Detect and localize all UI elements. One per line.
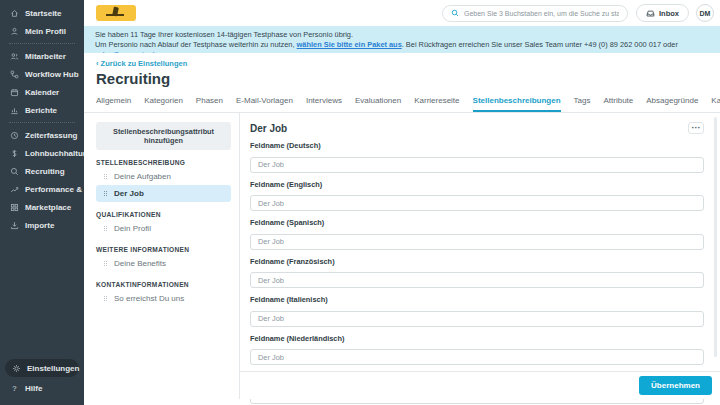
tab-attribute[interactable]: Attribute	[603, 92, 633, 112]
sidebar-item-label: Marketplace	[25, 203, 71, 212]
tab-absagegruende[interactable]: Absagegründe	[646, 92, 698, 112]
sidebar-item-label: Zeiterfassung	[25, 131, 77, 140]
list-item-label: Der Job	[114, 189, 144, 198]
sidebar-item-label: Mein Profil	[25, 27, 66, 36]
trial-banner-text: Um Personio nach Ablauf der Testphase we…	[95, 40, 297, 49]
page-body: Stellenbeschreibungsattribut hinzufügen …	[84, 113, 720, 399]
search-input[interactable]	[464, 10, 619, 17]
sidebar-divider	[9, 43, 75, 44]
field-label: Feldname (Französisch)	[250, 257, 704, 266]
breadcrumb[interactable]: ‹ Zurück zu Einstellungen	[84, 53, 720, 68]
sidebar-divider	[9, 122, 75, 123]
tab-interviews[interactable]: Interviews	[306, 92, 342, 112]
field-input-franzoesisch[interactable]	[250, 272, 704, 288]
sidebar-item-marketplace[interactable]: Marketplace	[0, 198, 84, 216]
sidebar-item-label: Startseite	[25, 9, 61, 18]
tab-kategorien[interactable]: Kategorien	[144, 92, 183, 112]
list-item-label: Deine Benefits	[114, 259, 166, 268]
field-label: Feldname (Englisch)	[250, 180, 704, 189]
section-header-weitere-informationen: WEITERE INFORMATIONEN	[96, 246, 231, 253]
user-icon	[10, 27, 19, 36]
tab-allgemein[interactable]: Allgemein	[96, 92, 131, 112]
sidebar-spacer	[0, 234, 84, 359]
sidebar-item-performance[interactable]: Performance & E...	[0, 180, 84, 198]
inbox-label: Inbox	[659, 9, 679, 18]
sidebar-item-startseite[interactable]: Startseite	[0, 4, 84, 22]
field-niederlaendisch: Feldname (Niederländisch)	[250, 334, 704, 366]
sidebar-item-label: Kalender	[25, 88, 59, 97]
attribute-title: Der Job	[250, 123, 287, 134]
performance-icon	[10, 185, 19, 194]
field-label: Feldname (Deutsch)	[250, 141, 704, 150]
avatar[interactable]: DM	[696, 4, 714, 22]
trial-banner: Sie haben 11 Tage Ihrer kostenlosen 14-t…	[84, 26, 720, 53]
field-input-niederlaendisch[interactable]	[250, 349, 704, 365]
help-icon: ?	[10, 384, 19, 393]
sidebar-item-importe[interactable]: Importe	[0, 216, 84, 234]
apply-button[interactable]: Übernehmen	[639, 376, 712, 395]
sidebar-item-lohnbuchhaltung[interactable]: Lohnbuchhaltung	[0, 144, 84, 162]
field-input-englisch[interactable]	[250, 195, 704, 211]
sidebar-item-zeiterfassung[interactable]: Zeiterfassung	[0, 126, 84, 144]
sidebar-item-kalender[interactable]: Kalender	[0, 83, 84, 101]
drag-handle-icon	[102, 259, 109, 268]
tab-stellenbeschreibungen[interactable]: Stellenbeschreibungen	[473, 92, 561, 112]
list-item-dein-profil[interactable]: Dein Profil	[96, 220, 231, 237]
field-italienisch: Feldname (Italienisch)	[250, 295, 704, 327]
calendar-icon	[10, 88, 19, 97]
scrollbar[interactable]	[714, 117, 717, 357]
field-spanisch: Feldname (Spanisch)	[250, 218, 704, 250]
list-item-deine-aufgaben[interactable]: Deine Aufgaben	[96, 168, 231, 185]
sidebar-item-label: Einstellungen	[27, 364, 79, 373]
home-icon	[10, 9, 19, 18]
attribute-form-panel: Der Job ··· Feldname (Deutsch) Feldname …	[240, 113, 720, 399]
marketplace-icon	[10, 203, 19, 212]
sidebar-item-workflow-hub[interactable]: Workflow Hub	[0, 65, 84, 83]
tab-karriereseite[interactable]: Karriereseite	[414, 92, 459, 112]
field-input-deutsch[interactable]	[250, 157, 704, 173]
more-options-button[interactable]: ···	[688, 122, 704, 134]
sidebar-item-hilfe[interactable]: ? Hilfe	[0, 379, 84, 397]
section-header-qualifikationen: QUALIFIKATIONEN	[96, 211, 231, 218]
add-attribute-button[interactable]: Stellenbeschreibungsattribut hinzufügen	[96, 122, 231, 150]
sidebar-item-recruiting[interactable]: Recruiting	[0, 162, 84, 180]
tab-email-vorlagen[interactable]: E-Mail-Vorlagen	[236, 92, 293, 112]
topbar: Inbox DM	[84, 0, 720, 26]
workflow-icon	[10, 70, 19, 79]
sidebar-item-label: Hilfe	[25, 384, 42, 393]
sidebar-item-einstellungen[interactable]: Einstellungen	[5, 359, 79, 377]
field-franzoesisch: Feldname (Französisch)	[250, 257, 704, 289]
import-icon	[10, 221, 19, 230]
field-label: Feldname (Italienisch)	[250, 295, 704, 304]
attribute-form-header: Der Job ···	[250, 122, 704, 134]
sidebar: Startseite Mein Profil Mitarbeiter Workf…	[0, 0, 84, 405]
recruiting-icon	[10, 167, 19, 176]
tab-tags[interactable]: Tags	[574, 92, 591, 112]
list-item-der-job[interactable]: Der Job	[96, 185, 231, 202]
sidebar-item-berichte[interactable]: Berichte	[0, 101, 84, 119]
personio-logo[interactable]	[96, 5, 136, 21]
sidebar-item-label: Berichte	[25, 106, 57, 115]
sidebar-item-mein-profil[interactable]: Mein Profil	[0, 22, 84, 40]
sidebar-item-label: Mitarbeiter	[25, 52, 66, 61]
trial-banner-text: . Bei Rückfragen erreichen Sie unser Sal…	[402, 40, 678, 49]
field-input-italienisch[interactable]	[250, 311, 704, 327]
tab-phasen[interactable]: Phasen	[196, 92, 223, 112]
sidebar-item-mitarbeiter[interactable]: Mitarbeiter	[0, 47, 84, 65]
field-deutsch: Feldname (Deutsch)	[250, 141, 704, 173]
tab-kanaele[interactable]: Kanäle	[711, 92, 720, 112]
global-search[interactable]	[442, 5, 628, 22]
list-item-so-erreichst-du-uns[interactable]: So erreichst Du uns	[96, 290, 231, 307]
inbox-button[interactable]: Inbox	[636, 4, 689, 22]
field-input-spanisch[interactable]	[250, 234, 704, 250]
sidebar-item-label: Importe	[25, 221, 54, 230]
list-item-deine-benefits[interactable]: Deine Benefits	[96, 255, 231, 272]
users-icon	[10, 52, 19, 61]
tab-evaluationen[interactable]: Evaluationen	[355, 92, 401, 112]
avatar-initials: DM	[700, 10, 711, 17]
payroll-icon	[10, 149, 19, 158]
list-item-label: Deine Aufgaben	[114, 172, 171, 181]
drag-handle-icon	[102, 294, 109, 303]
choose-package-link[interactable]: wählen Sie bitte ein Paket aus	[297, 40, 402, 49]
sidebar-item-label: Workflow Hub	[25, 70, 79, 79]
